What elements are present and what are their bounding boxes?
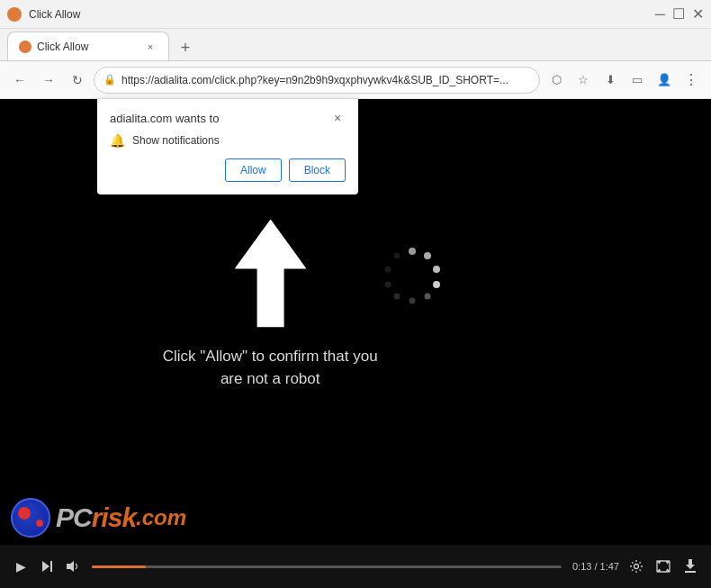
svg-rect-17: [685, 571, 696, 573]
bookmark-button[interactable]: ☆: [571, 68, 596, 93]
logo-text: PC risk .com: [56, 502, 186, 533]
svg-point-2: [424, 252, 431, 259]
logo-pc-text: PC: [56, 502, 92, 533]
watermark: PC risk .com: [0, 498, 711, 538]
forward-button[interactable]: →: [36, 68, 61, 93]
toolbar-actions: ⬡ ☆ ⬇ ▭ 👤 ⋮: [544, 68, 704, 93]
allow-button[interactable]: Allow: [225, 158, 282, 182]
logo-risk-text: risk: [92, 502, 136, 533]
url-text: https://adialita.com/click.php?key=n9n2b…: [122, 74, 530, 86]
popup-close-button[interactable]: ×: [329, 110, 346, 126]
address-bar[interactable]: 🔒 https://adialita.com/click.php?key=n9n…: [94, 67, 540, 94]
settings-button[interactable]: [626, 556, 646, 576]
play-button[interactable]: ▶: [11, 556, 31, 576]
toolbar: ← → ↻ 🔒 https://adialita.com/click.php?k…: [0, 61, 711, 99]
logo-circle-icon: [11, 498, 50, 538]
profile-button[interactable]: 👤: [652, 68, 677, 93]
notification-popup: adialita.com wants to × 🔔 Show notificat…: [97, 99, 358, 194]
svg-point-9: [385, 267, 392, 273]
progress-filled: [92, 565, 146, 568]
svg-point-3: [433, 266, 440, 273]
logo-com-text: .com: [136, 505, 186, 530]
tab-strip: Click Allow × +: [0, 29, 711, 61]
popup-header: adialita.com wants to ×: [110, 110, 346, 126]
popup-notification-text: Show notifications: [132, 134, 220, 147]
close-button[interactable]: ✕: [692, 5, 704, 23]
progress-bar[interactable]: [92, 565, 562, 568]
fullscreen-button[interactable]: [653, 556, 673, 576]
active-tab[interactable]: Click Allow ×: [7, 32, 169, 60]
up-arrow-icon: [234, 219, 306, 327]
restore-button[interactable]: ☐: [672, 5, 685, 23]
bell-icon: 🔔: [110, 133, 125, 148]
svg-marker-13: [67, 561, 74, 572]
title-bar: Click Allow ─ ☐ ✕: [0, 0, 711, 29]
browser-favicon: [7, 7, 22, 22]
popup-buttons: Allow Block: [110, 158, 346, 182]
back-button[interactable]: ←: [7, 68, 32, 93]
share-button[interactable]: ⬡: [544, 68, 569, 93]
volume-button[interactable]: [65, 556, 85, 576]
menu-button[interactable]: ⋮: [679, 68, 704, 93]
tab-close-button[interactable]: ×: [143, 40, 158, 54]
svg-marker-16: [686, 559, 695, 569]
new-tab-button[interactable]: +: [173, 35, 198, 60]
tab-favicon: [19, 41, 32, 53]
svg-point-10: [394, 253, 400, 259]
svg-rect-11: [50, 561, 52, 572]
next-button[interactable]: [38, 556, 58, 576]
svg-point-4: [433, 281, 440, 288]
svg-point-6: [410, 298, 416, 304]
block-button[interactable]: Block: [289, 158, 346, 182]
instruction-line1: Click "Allow" to confirm that you: [163, 345, 378, 368]
popup-title: adialita.com wants to: [110, 112, 219, 125]
download-button[interactable]: ⬇: [598, 68, 623, 93]
center-content: Click "Allow" to confirm that you are no…: [163, 219, 378, 391]
video-controls: ▶ 0:13 / 1:47: [0, 545, 711, 588]
svg-point-8: [385, 282, 392, 288]
svg-point-5: [425, 294, 431, 300]
title-bar-title: Click Allow: [29, 8, 80, 21]
svg-marker-12: [42, 561, 50, 572]
content-area: adialita.com wants to × 🔔 Show notificat…: [0, 99, 711, 588]
time-display: 0:13 / 1:47: [572, 561, 619, 572]
instruction-line2: are not a robot: [163, 367, 378, 391]
video-download-button[interactable]: [680, 556, 700, 576]
tab-label: Click Allow: [37, 41, 88, 53]
reload-button[interactable]: ↻: [65, 68, 90, 93]
loading-spinner: [381, 244, 444, 311]
lock-icon: 🔒: [104, 74, 116, 86]
minimize-button[interactable]: ─: [655, 6, 665, 23]
watermark-logo: PC risk .com: [11, 498, 186, 538]
svg-point-7: [394, 294, 400, 300]
right-controls: [626, 556, 700, 576]
popup-notification-row: 🔔 Show notifications: [110, 133, 346, 148]
svg-marker-0: [234, 219, 306, 327]
svg-point-1: [409, 248, 416, 255]
svg-point-14: [634, 565, 639, 569]
cast-button[interactable]: ▭: [625, 68, 650, 93]
